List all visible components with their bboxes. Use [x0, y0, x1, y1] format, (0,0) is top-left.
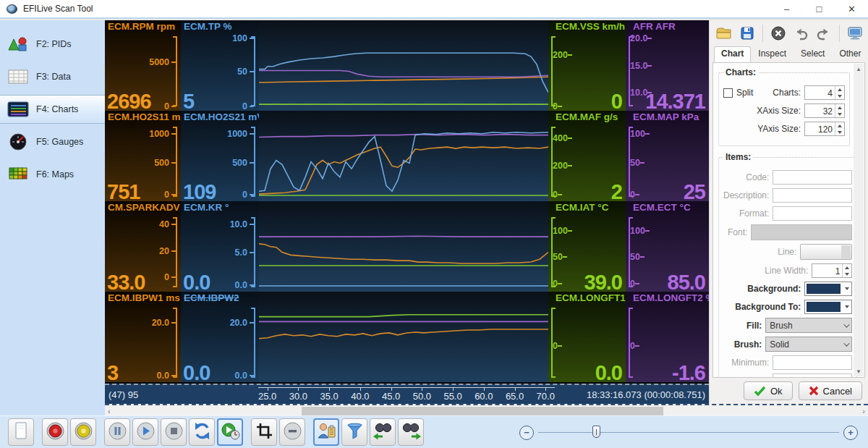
fill-select[interactable]: Brush	[765, 318, 852, 333]
plot-area[interactable]	[259, 292, 548, 382]
chart-panel-sparkadv[interactable]: CM.SPARKADV4020033.0	[105, 201, 181, 292]
spin-down-icon[interactable]	[835, 129, 844, 135]
plot-area[interactable]	[259, 20, 548, 111]
slider-track[interactable]	[538, 432, 839, 433]
spin-up-icon[interactable]	[835, 104, 844, 111]
xaxis-size-spinner[interactable]: 32	[804, 103, 845, 118]
y-axis-afr: 20.015.010.0	[629, 36, 630, 106]
spin-up-icon[interactable]	[835, 122, 844, 129]
cancel-button[interactable]: Cancel	[799, 381, 862, 400]
bottom-toolbar: − +	[0, 415, 868, 448]
properties-toolbar	[710, 20, 868, 46]
slider-thumb[interactable]	[592, 426, 600, 438]
chart-panel-ibpw2[interactable]: ECM.IBPW220.00.00.0	[181, 292, 259, 382]
scroll-left-icon[interactable]: ‹	[108, 407, 111, 415]
brush-select[interactable]: Solid	[765, 337, 852, 352]
tick-mark	[171, 276, 176, 278]
remove-button[interactable]	[279, 418, 305, 446]
plot-area[interactable]	[259, 201, 548, 292]
zoom-out-icon[interactable]: −	[519, 426, 534, 440]
toolbar-group	[313, 418, 424, 446]
sidebar-item-pids[interactable]: F2: PIDs	[0, 30, 105, 59]
chart-panel-tp[interactable]: ECM.TP %1005005	[181, 20, 259, 111]
scroll-right-icon[interactable]: ›	[862, 407, 865, 415]
items-group-title: Items:	[723, 152, 753, 162]
sidebar-item-gauges[interactable]: F5: Gauges	[0, 127, 105, 156]
spin-up-icon[interactable]	[835, 86, 844, 93]
axis-tick: 0	[630, 341, 642, 351]
pid-value-sparkadv: 33.0	[107, 271, 145, 292]
pause-button[interactable]	[104, 418, 130, 446]
chart-panel-vss[interactable]: ECM.VSS km/h20000	[548, 20, 626, 111]
scrollbar-thumb[interactable]	[302, 407, 663, 415]
panel-scrollbar[interactable]: ▴ ▾	[854, 64, 864, 376]
tab-inspect[interactable]: Inspect	[751, 46, 793, 62]
crop-button[interactable]	[251, 418, 277, 446]
filter-funnel-button[interactable]	[341, 418, 367, 446]
spin-down-icon[interactable]	[835, 93, 844, 99]
sidebar-item-data[interactable]: F3: Data	[0, 62, 105, 91]
chart-panel-ho2s21[interactable]: ECM.HO2S21 mV10005000109	[181, 111, 259, 201]
save-icon[interactable]	[738, 24, 755, 43]
split-checkbox[interactable]: Split	[723, 88, 753, 98]
chart-panel-maf[interactable]: ECM.MAF g/s40020002	[548, 111, 626, 201]
chart-row: CM.SPARKADV4020033.0ECM.KR °10.05.00.00.…	[105, 201, 709, 292]
horizontal-scrollbar[interactable]: ‹ ›	[105, 404, 868, 415]
undo-icon[interactable]	[792, 24, 809, 43]
stop-button[interactable]	[161, 418, 187, 446]
plot-area[interactable]	[259, 111, 548, 201]
chart-panel-longft1[interactable]: ECM.LONGFT1 %00.0	[548, 292, 626, 382]
app-icon	[7, 4, 17, 14]
record-yellow-button[interactable]	[70, 418, 96, 446]
cancel-circle-icon[interactable]	[770, 24, 787, 43]
background-color-dropdown[interactable]	[804, 282, 852, 296]
chart-panel-ect[interactable]: ECM.ECT °C10050085.0	[626, 201, 709, 292]
search-next-button[interactable]	[398, 418, 424, 446]
description-field	[773, 188, 852, 203]
chart-panel-kr[interactable]: ECM.KR °10.05.00.00.0	[181, 201, 259, 292]
sidebar-item-charts[interactable]: F4: Charts	[0, 95, 105, 124]
chart-panel-iat[interactable]: ECM.IAT °C10050039.0	[548, 201, 626, 292]
pid-label-longft2: ECM.LONGFT2 %	[633, 292, 709, 303]
tick-mark	[640, 162, 644, 164]
chart-panel-ibpw1[interactable]: ECM.IBPW1 ms20.00.03	[105, 292, 181, 382]
scroll-down-icon[interactable]: ▾	[854, 368, 864, 375]
close-log-button[interactable]	[8, 418, 34, 446]
tick-label: 5000	[149, 57, 169, 67]
minimize-button[interactable]: –	[770, 0, 803, 17]
yaxis-size-spinner[interactable]: 120	[804, 122, 845, 136]
tick-mark	[171, 224, 176, 225]
zoom-slider[interactable]: − +	[519, 416, 858, 448]
monitor-icon[interactable]	[846, 24, 864, 43]
refresh-button[interactable]	[189, 418, 215, 446]
background-to-color-dropdown[interactable]	[804, 300, 852, 314]
ok-button[interactable]: Ok	[744, 381, 793, 400]
person-clipboard-button[interactable]	[313, 418, 339, 446]
record-red-button[interactable]	[42, 418, 68, 446]
chart-grid[interactable]: ECM.RPM rpm500002696ECM.TP %1005005ECM.V…	[105, 20, 709, 384]
chart-panel-rpm[interactable]: ECM.RPM rpm500002696	[105, 20, 181, 111]
split-checkbox-box[interactable]	[723, 88, 733, 98]
chart-panel-afr[interactable]: AFR AFR20.015.010.014.371	[626, 20, 709, 111]
scroll-up-icon[interactable]: ▴	[854, 65, 864, 72]
tab-select[interactable]: Select	[793, 46, 832, 62]
search-prev-button[interactable]	[370, 418, 396, 446]
redo-icon[interactable]	[814, 24, 832, 43]
pid-value-tp: 5	[183, 90, 194, 111]
open-icon[interactable]	[715, 24, 733, 43]
chart-panel-ho2s11[interactable]: ECM.HO2S11 m10005000751	[105, 111, 181, 201]
play-timer-button[interactable]	[217, 418, 243, 446]
axis-tick: 50	[237, 67, 254, 77]
close-button[interactable]: ✕	[835, 0, 868, 17]
chart-panel-longft2[interactable]: ECM.LONGFT2 %0-1.6	[626, 292, 709, 382]
maximize-button[interactable]: □	[803, 0, 835, 17]
zoom-in-icon[interactable]: +	[843, 426, 858, 440]
axis-tick: 200	[553, 50, 574, 60]
sidebar-item-maps[interactable]: F6: Maps	[0, 160, 105, 189]
charts-count-spinner[interactable]: 4	[804, 85, 845, 100]
tab-other[interactable]: Other	[832, 46, 868, 62]
tab-chart[interactable]: Chart	[714, 46, 751, 62]
chart-panel-map[interactable]: ECM.MAP kPa10050025	[626, 111, 709, 201]
spin-down-icon[interactable]	[835, 111, 844, 117]
play-button[interactable]	[132, 418, 158, 446]
